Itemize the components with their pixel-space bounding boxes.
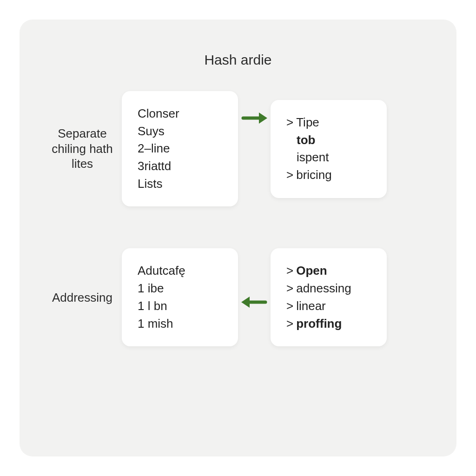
card-line: 2–line — [138, 140, 222, 158]
row-label: Separate chiling hath lites — [43, 126, 122, 172]
card-line: >adnessing — [286, 280, 371, 298]
card-line: 3riattd — [138, 158, 222, 175]
card-line: Clonser — [138, 105, 222, 123]
row-open-addressing: Addressing Adutcafę 1 ibe 1 l bn 1 mish … — [43, 248, 433, 346]
card-line: >linear — [286, 298, 371, 315]
card-line: >Tipe — [286, 114, 371, 132]
card-left: Adutcafę 1 ibe 1 l bn 1 mish — [122, 248, 238, 346]
card-line: >proffing — [286, 315, 371, 333]
row-label: Addressing — [43, 290, 122, 305]
card-line: 1 l bn — [138, 298, 222, 315]
card-left: Clonser Suys 2–line 3riattd Lists — [122, 91, 238, 206]
card-line: >bricing — [286, 166, 371, 184]
arrow-left-icon — [238, 294, 271, 311]
card-line: 1 mish — [138, 315, 222, 333]
card-line: Lists — [138, 175, 222, 193]
diagram-title: Hash ardie — [43, 52, 433, 68]
card-line: Suys — [138, 123, 222, 140]
arrow-right-icon — [238, 110, 271, 126]
card-right: >Open >adnessing >linear >proffing — [271, 248, 387, 346]
card-line: ispent — [286, 149, 371, 166]
card-line: tob — [286, 132, 371, 149]
row-separate-chaining: Separate chiling hath lites Clonser Suys… — [43, 91, 433, 206]
card-right: >Tipe tob ispent >bricing — [271, 100, 387, 198]
card-line: 1 ibe — [138, 280, 222, 298]
card-line: Adutcafę — [138, 262, 222, 280]
card-line: >Open — [286, 262, 371, 280]
diagram-canvas: Hash ardie Separate chiling hath lites C… — [20, 20, 456, 456]
